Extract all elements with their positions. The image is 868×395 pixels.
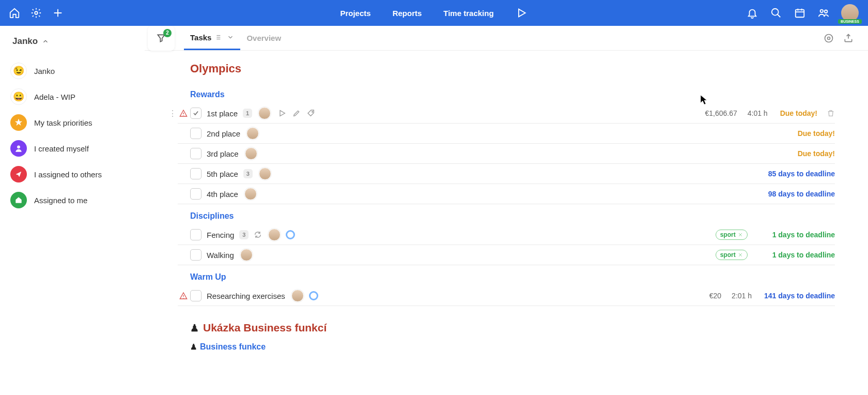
task-deadline: 1 days to deadline [772, 231, 835, 239]
people-icon[interactable] [817, 7, 830, 19]
edit-icon[interactable] [292, 109, 301, 117]
svg-point-3 [820, 10, 824, 12]
task-row[interactable]: ⋮1st place1€1,606.674:01 hDue today! [178, 103, 835, 124]
task-name: Fencing [207, 231, 234, 239]
sidebar-item-4[interactable]: I assigned to others [8, 161, 136, 187]
tag-chip[interactable]: sport [716, 230, 748, 240]
section-title[interactable]: Business funkce [190, 342, 835, 352]
task-checkbox[interactable] [190, 128, 202, 139]
sidebar-item-3[interactable]: I created myself [8, 135, 136, 161]
sidebar-item-1[interactable]: 😀Adela - WIP [8, 84, 136, 110]
task-list-content: OlympicsRewards⋮1st place1€1,606.674:01 … [145, 51, 868, 395]
subtask-count-badge: 1 [243, 109, 252, 118]
assignee-avatar[interactable] [245, 147, 257, 160]
task-row[interactable]: ⋮3rd placeDue today! [178, 144, 835, 164]
task-row[interactable]: ⋮Researching exercises€202:01 h141 days … [178, 286, 835, 306]
task-name: 2nd place [207, 129, 240, 138]
sidebar-item-2[interactable]: My task priorities [8, 110, 136, 135]
task-deadline: Due today! [798, 129, 835, 138]
tag-label: sport [720, 231, 736, 238]
assignee-avatar[interactable] [244, 188, 257, 200]
task-deadline: 85 days to deadline [768, 170, 835, 178]
bell-icon[interactable] [746, 7, 758, 19]
calendar-icon[interactable] [794, 7, 806, 19]
task-row[interactable]: ⋮4th place98 days to deadline [178, 184, 835, 204]
workspace-switcher[interactable]: Janko [12, 36, 136, 47]
progress-ring-icon [309, 291, 318, 300]
gear-icon[interactable] [30, 7, 42, 19]
home-icon [10, 192, 27, 208]
workspace-name: Janko [12, 36, 38, 47]
sidebar-item-label: Adela - WIP [34, 93, 75, 101]
play-icon[interactable] [516, 7, 528, 19]
assignee-avatar[interactable] [258, 107, 271, 119]
star-icon [10, 114, 27, 131]
task-row[interactable]: ⋮5th place385 days to deadline [178, 164, 835, 184]
sidebar-item-label: My task priorities [34, 118, 92, 127]
close-icon[interactable] [738, 252, 743, 257]
task-checkbox[interactable] [190, 229, 202, 240]
list-icon [215, 34, 223, 41]
task-checkbox[interactable] [190, 108, 202, 119]
share-icon [10, 166, 27, 183]
nav-projects[interactable]: Projects [340, 9, 370, 18]
section-title[interactable]: Warm Up [190, 272, 835, 282]
assignee-avatar[interactable] [268, 229, 281, 241]
export-icon[interactable] [843, 33, 854, 43]
topbar-left [0, 7, 64, 19]
task-checkbox[interactable] [190, 168, 202, 179]
person-icon [10, 140, 27, 157]
tab-tasks[interactable]: Tasks [184, 26, 240, 50]
nav-time-tracking[interactable]: Time tracking [443, 9, 493, 18]
project-title[interactable]: Ukázka Business funkcí [190, 322, 835, 334]
task-checkbox[interactable] [190, 249, 202, 261]
task-row[interactable]: ⋮Fencing3sport1 days to deadline [178, 225, 835, 245]
avatar[interactable] [841, 4, 859, 22]
tab-overview[interactable]: Overview [240, 26, 287, 50]
task-name: Researching exercises [207, 292, 285, 300]
drag-handle-icon[interactable]: ⋮ [168, 109, 177, 118]
plus-icon[interactable] [52, 7, 64, 19]
task-name: Walking [207, 251, 234, 260]
settings-icon[interactable] [824, 33, 834, 43]
sidebar-item-0[interactable]: 😉Janko [8, 58, 136, 84]
emoji-icon: 😀 [10, 88, 27, 105]
svg-point-7 [825, 34, 833, 42]
close-icon[interactable] [738, 232, 743, 237]
svg-point-4 [825, 10, 828, 13]
trash-icon[interactable] [827, 109, 835, 117]
topbar-center-nav: Projects Reports Time tracking [340, 7, 528, 19]
filter-button[interactable]: 2 [148, 26, 175, 51]
task-price: €20 [709, 292, 721, 300]
task-hover-tools [278, 109, 315, 117]
task-name: 3rd place [207, 149, 239, 158]
task-deadline: 141 days to deadline [764, 292, 835, 300]
svg-rect-2 [796, 10, 804, 18]
assignee-avatar[interactable] [259, 168, 271, 180]
task-checkbox[interactable] [190, 290, 202, 301]
sidebar-item-5[interactable]: Assigned to me [8, 187, 136, 213]
tag-chip[interactable]: sport [716, 250, 748, 260]
section-title[interactable]: Rewards [190, 90, 835, 99]
tag-label: sport [720, 251, 736, 259]
tag-icon[interactable] [307, 109, 315, 117]
svg-point-6 [828, 37, 830, 39]
assignee-avatar[interactable] [240, 249, 253, 261]
section-title[interactable]: Disciplines [190, 211, 835, 221]
tab-tasks-label: Tasks [190, 33, 211, 42]
task-row[interactable]: ⋮Walkingsport1 days to deadline [178, 245, 835, 265]
subtask-count-badge: 3 [239, 230, 249, 239]
emoji-icon: 😉 [10, 63, 27, 79]
task-checkbox[interactable] [190, 148, 202, 159]
assignee-avatar[interactable] [246, 127, 259, 140]
play-icon[interactable] [278, 109, 286, 117]
project-title[interactable]: Olympics [190, 62, 835, 75]
assignee-avatar[interactable] [291, 290, 304, 302]
task-name: 4th place [207, 190, 238, 199]
nav-reports[interactable]: Reports [393, 9, 422, 18]
svg-point-0 [35, 11, 38, 14]
home-icon[interactable] [8, 7, 21, 19]
task-row[interactable]: ⋮2nd placeDue today! [178, 124, 835, 144]
search-icon[interactable] [770, 7, 782, 19]
task-checkbox[interactable] [190, 188, 202, 200]
